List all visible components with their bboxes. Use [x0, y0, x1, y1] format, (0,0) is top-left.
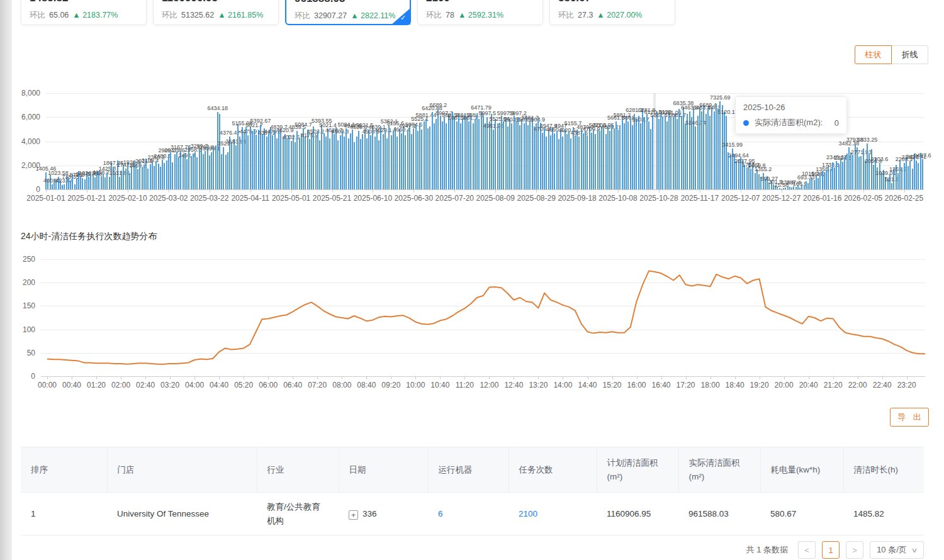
prev-page-button[interactable]: < [798, 541, 816, 559]
bar [145, 159, 147, 189]
bar [168, 154, 169, 189]
machines-link[interactable]: 6 [438, 509, 443, 518]
bar [409, 125, 410, 189]
bar [142, 167, 143, 189]
line-x-tick-label: 22:40 [873, 381, 892, 389]
bar [350, 133, 351, 189]
bar-x-tick-label: 2025-10-08 [598, 194, 637, 203]
table-header-row: 排序门店行业日期运行机器任务次数计划清洁面积 (m²)实际清洁面积 (m²)耗电… [21, 447, 924, 493]
bar [442, 121, 443, 189]
bar [460, 123, 461, 189]
next-page-button[interactable]: > [846, 541, 863, 559]
line-x-tickmark [538, 377, 539, 379]
bar [160, 167, 161, 189]
bar [525, 116, 527, 189]
line-x-tickmark [686, 377, 687, 379]
bar [334, 134, 335, 189]
export-button[interactable]: 导 出 [890, 408, 929, 427]
bar [393, 131, 394, 189]
line-x-tickmark [809, 377, 809, 379]
total-count-label: 共 1 条数据 [746, 544, 788, 556]
bar-y-tick-label: 4,000 [11, 137, 40, 146]
bar [736, 161, 737, 189]
bar [673, 117, 674, 189]
bar [468, 121, 469, 189]
pagination: 共 1 条数据 < 1 > 10 条/页 ∨ [0, 541, 924, 559]
mom-value: 78 [446, 11, 454, 20]
chevron-down-icon: ∨ [911, 546, 918, 554]
bar [323, 133, 325, 189]
bar [176, 152, 177, 189]
line-y-tick-label: 200 [6, 278, 35, 287]
bar [603, 129, 604, 189]
line-x-tickmark [72, 377, 72, 379]
bar [634, 114, 635, 189]
bar [497, 123, 498, 189]
tooltip-date: 2025-10-26 [743, 103, 839, 112]
bar-x-tickmark [659, 190, 660, 193]
bar [481, 111, 482, 189]
bar [219, 114, 220, 189]
bar [809, 179, 811, 189]
bar [568, 131, 570, 189]
bar [609, 131, 610, 189]
table-header-cell-7: 实际清洁面积 (m²) [678, 447, 760, 493]
line-x-tickmark [342, 377, 342, 379]
bar [570, 138, 571, 189]
bar-value-label: 3415.99 [722, 142, 743, 148]
bar [76, 179, 77, 189]
stat-card-0[interactable]: 1485.82环比65.06▲ 2183.77% [21, 0, 147, 25]
bar [101, 176, 102, 189]
stat-card-1[interactable]: 1160906.95环比51325.62▲ 2161.85% [153, 0, 279, 25]
line-x-tick-label: 15:20 [602, 381, 621, 389]
stat-card-3[interactable]: 2100环比78▲ 2592.31% [417, 0, 543, 25]
stat-card-4[interactable]: 580.67环比27.3▲ 2027.00% [549, 0, 675, 25]
bar-x-tick-label: 2025-10-28 [639, 194, 678, 203]
bar [368, 130, 369, 189]
bar [858, 157, 860, 189]
bar [668, 112, 670, 189]
bar [466, 117, 468, 189]
bar-x-tickmark [413, 190, 414, 193]
bar-chart-toggle-button[interactable]: 柱状 [855, 45, 892, 64]
tooltip-series-label: 实际清洁面积(m2): [755, 117, 823, 128]
bar [268, 132, 269, 189]
bar [575, 135, 576, 189]
line-x-tick-label: 06:00 [259, 381, 278, 389]
bar [670, 116, 671, 189]
bar [352, 130, 353, 189]
line-chart-toggle-button[interactable]: 折线 [891, 45, 928, 64]
bar [129, 173, 130, 189]
bar [906, 157, 907, 189]
bar [652, 116, 653, 189]
expand-icon[interactable]: + [349, 510, 358, 520]
bar-value-label: 6434.18 [207, 105, 228, 111]
bar [511, 123, 512, 189]
cell-actual-area: 961588.03 [678, 493, 760, 535]
line-x-tickmark [464, 377, 465, 379]
bar [450, 119, 451, 189]
bar [462, 119, 463, 189]
bar [325, 137, 327, 189]
line-x-tickmark [194, 377, 195, 379]
page-size-select[interactable]: 10 条/页 ∨ [870, 541, 924, 559]
bar [295, 142, 296, 189]
bar-x-tick-label: 2025-11-17 [681, 194, 719, 203]
line-x-tick-label: 22:00 [848, 381, 867, 389]
current-page-button[interactable]: 1 [822, 541, 840, 559]
stat-card-2[interactable]: 961588.03环比32907.27▲ 2822.11%✓ [285, 0, 411, 25]
bar [64, 184, 65, 189]
bar [542, 133, 543, 189]
line-x-tick-label: 17:20 [676, 381, 695, 389]
bar [82, 178, 83, 189]
line-x-tick-label: 06:40 [283, 381, 302, 389]
bar-value-label: 3833.25 [857, 137, 878, 143]
line-x-tickmark [514, 377, 514, 379]
bar [509, 119, 510, 189]
bar [619, 125, 621, 189]
bar [193, 154, 194, 189]
line-x-tickmark [833, 377, 834, 379]
bar [879, 163, 880, 189]
tasks-link[interactable]: 2100 [519, 509, 537, 518]
table-header-cell-9: 清洁时长(h) [843, 447, 924, 493]
